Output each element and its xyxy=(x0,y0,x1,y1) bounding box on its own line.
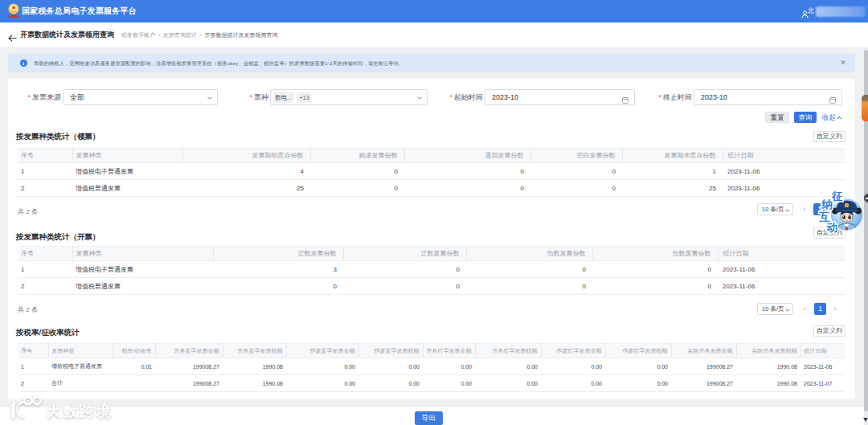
table-cell: 增值税电子普通发票 xyxy=(72,163,182,180)
current-page-button[interactable]: 1 xyxy=(813,203,825,215)
data-table: 序号发票种类发票期初库存份数购进发票份数退回发票份数空白发票份数发票期末库存份数… xyxy=(18,148,845,197)
invoice-type-tag: 数电... xyxy=(273,92,294,103)
scrollbar-down-arrow[interactable] xyxy=(863,418,868,422)
column-header: 税率/征收率 xyxy=(113,344,155,358)
table-row: 2增值税普通发票00002023-11-06 xyxy=(18,278,845,295)
current-page-button[interactable]: 1 xyxy=(814,303,826,315)
table-row: 1增值税电子普通发票0.01199008.271990.080.000.000.… xyxy=(18,358,845,375)
column-header: 退回发票份数 xyxy=(404,149,530,163)
issue-stats-table: 序号发票种类正数发票份数正数废票份数负数发票份数负数废票份数统计日期1增值税电子… xyxy=(18,246,845,295)
next-page-button[interactable]: › xyxy=(829,203,837,215)
invoice-type-select[interactable]: 数电... +13 xyxy=(270,89,428,105)
start-time-value: 2023-10 xyxy=(485,93,518,101)
collapse-link[interactable]: 收起 xyxy=(822,112,841,123)
required-asterisk: * xyxy=(27,93,31,101)
table-header-row: 序号发票种类正数发票份数正数废票份数负数发票份数负数废票份数统计日期 xyxy=(18,247,845,261)
column-header: 购进发票份数 xyxy=(310,149,404,163)
table-cell: 增值税电子普通发票 xyxy=(72,261,213,278)
data-table: 序号发票种类税率/征收率开具蓝字发票金额开具蓝字发票税额作废蓝字发票金额作废蓝字… xyxy=(18,343,845,392)
column-header: 实际开具发票税额 xyxy=(736,344,800,358)
total-count: 共 2 条 xyxy=(18,207,38,216)
footer-bar: 导出 xyxy=(0,407,864,425)
page-size-value: 10 条/页 xyxy=(762,206,784,213)
top-app-bar: 国家税务总局电子发票服务平台 北 xyxy=(0,0,868,22)
table-cell: 0 xyxy=(310,163,404,180)
prev-page-button[interactable]: ‹ xyxy=(800,303,809,315)
breadcrumb: 税务数字账户>发票查询统计>开票数据统计及发票领用查询 xyxy=(121,31,278,40)
table-cell: 增值税普通发票 xyxy=(72,278,213,295)
table-cell: 1990.08 xyxy=(736,375,800,392)
info-icon: i xyxy=(20,59,27,67)
invoice-type-count-tag: +13 xyxy=(297,92,312,103)
table-cell: 0 xyxy=(592,261,718,278)
breadcrumb-item[interactable]: 税务数字账户 xyxy=(121,32,155,38)
table-cell: 0 xyxy=(213,278,343,295)
column-header: 序号 xyxy=(18,344,48,358)
page-title: 开票数据统计及发票领用查询 xyxy=(20,30,114,40)
column-header: 作废蓝字发票金额 xyxy=(286,344,358,358)
table-cell: 1990.08 xyxy=(736,358,800,375)
table-cell: 2023-11-06 xyxy=(718,261,845,278)
table-cell: 0.00 xyxy=(423,375,475,392)
banner-close-icon[interactable]: ✕ xyxy=(837,57,849,68)
column-header: 开具红字发票金额 xyxy=(423,344,475,358)
start-time-input[interactable]: 2023-10 xyxy=(485,89,635,105)
reset-button[interactable]: 重置 xyxy=(765,112,789,123)
customize-columns-button[interactable]: 自定义列 xyxy=(813,325,845,337)
customize-columns-button[interactable]: 自定义列 xyxy=(813,131,845,142)
table-cell: 0.00 xyxy=(541,358,605,375)
table-cell: 0.00 xyxy=(541,375,605,392)
query-button[interactable]: 查询 xyxy=(794,112,817,123)
table-cell: 1990.08 xyxy=(223,375,286,392)
table-cell: 0.00 xyxy=(475,375,541,392)
table-cell: 3 xyxy=(213,261,343,278)
table-header-row: 序号发票种类发票期初库存份数购进发票份数退回发票份数空白发票份数发票期末库存份数… xyxy=(18,149,845,163)
side-floating-tab[interactable] xyxy=(862,95,868,121)
receive-stats-table: 序号发票种类发票期初库存份数购进发票份数退回发票份数空白发票份数发票期末库存份数… xyxy=(18,148,845,197)
table-cell: 0.00 xyxy=(475,358,541,375)
table-cell: 199008.27 xyxy=(671,375,736,392)
page-size-select[interactable]: 10 条/页 xyxy=(757,203,793,215)
customize-columns-button[interactable]: 自定义列 xyxy=(813,227,845,239)
column-header: 作废红字发票税额 xyxy=(605,344,671,358)
platform-title: 国家税务总局电子发票服务平台 xyxy=(22,0,137,22)
user-name[interactable]: 北 xyxy=(808,0,814,22)
end-time-label: *终止时间 xyxy=(655,89,692,105)
start-time-label: *起始时间 xyxy=(446,89,483,105)
table-cell: 0 xyxy=(530,180,622,197)
table-cell: 2 xyxy=(18,375,48,392)
chevron-down-icon xyxy=(207,95,212,100)
page-size-select[interactable]: 10 条/页 xyxy=(757,303,793,315)
table-cell: 2023-11-06 xyxy=(723,180,845,197)
table-cell: 199008.27 xyxy=(671,358,736,375)
table-cell: 1 xyxy=(18,163,72,180)
total-count: 共 2 条 xyxy=(18,305,38,314)
table-cell xyxy=(113,375,155,392)
table-cell: 1 xyxy=(18,358,48,375)
table-cell: 0 xyxy=(310,180,404,197)
table-row: 2合计199008.271990.080.000.000.000.000.000… xyxy=(18,375,845,392)
table-cell: 1 xyxy=(18,261,72,278)
prev-page-button[interactable]: ‹ xyxy=(800,203,809,215)
column-header: 开具蓝字发票金额 xyxy=(155,344,223,358)
invoice-type-label: *票种 xyxy=(243,89,268,105)
table-row: 1增值税电子普通发票30002023-11-06 xyxy=(18,261,845,278)
mascot-minimize-button[interactable] xyxy=(864,194,868,202)
end-time-value: 2023-10 xyxy=(694,93,727,101)
table-cell: 增值税普通发票 xyxy=(72,180,182,197)
breadcrumb-item[interactable]: 发票查询统计 xyxy=(163,32,197,38)
table-header-row: 序号发票种类税率/征收率开具蓝字发票金额开具蓝字发票税额作废蓝字发票金额作废蓝字… xyxy=(18,344,845,358)
table-cell: 1990.08 xyxy=(223,358,286,375)
end-time-input[interactable]: 2023-10 xyxy=(694,89,842,105)
table-cell: 199008.27 xyxy=(155,358,223,375)
user-name-redacted xyxy=(816,6,866,17)
next-page-button[interactable]: › xyxy=(831,303,839,315)
table-cell: 2 xyxy=(18,180,72,197)
export-button[interactable]: 导出 xyxy=(415,411,443,425)
back-button[interactable] xyxy=(8,31,17,45)
column-header: 正数废票份数 xyxy=(343,247,466,261)
taxrate-stats-table: 序号发票种类税率/征收率开具蓝字发票金额开具蓝字发票税额作废蓝字发票金额作废蓝字… xyxy=(18,343,845,392)
table-cell: 0 xyxy=(404,163,530,180)
invoice-source-select[interactable]: 全部 xyxy=(63,89,218,105)
chevron-up-icon xyxy=(837,116,841,121)
